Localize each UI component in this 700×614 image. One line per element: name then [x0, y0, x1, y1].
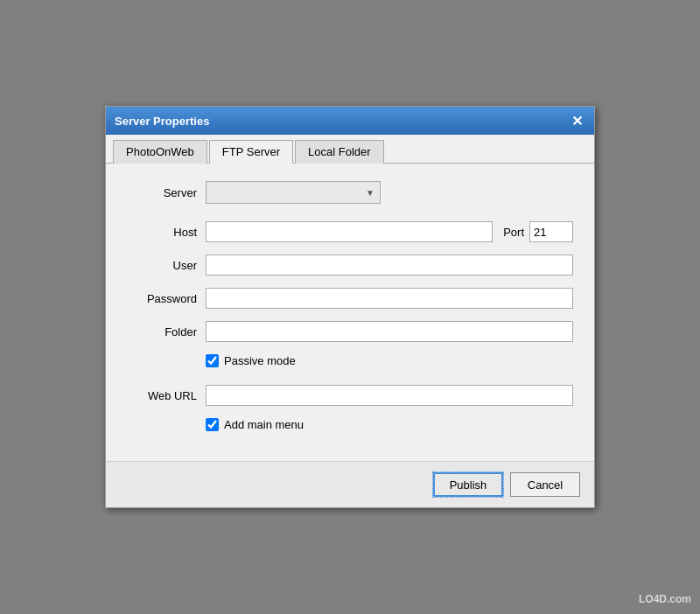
password-row: Password [127, 288, 573, 309]
add-main-menu-row: Add main menu [206, 418, 573, 431]
tab-photoonweb[interactable]: PhotoOnWeb [113, 140, 207, 164]
host-input[interactable] [206, 221, 493, 242]
tab-bar: PhotoOnWeb FTP Server Local Folder [106, 135, 594, 164]
password-input[interactable] [206, 288, 573, 309]
add-main-menu-label[interactable]: Add main menu [224, 418, 304, 431]
watermark: LO4D.com [639, 593, 691, 605]
add-main-menu-checkbox[interactable] [206, 418, 219, 431]
title-bar: Server Properties ✕ [106, 107, 594, 135]
close-button[interactable]: ✕ [568, 112, 585, 129]
host-label: Host [127, 226, 197, 239]
content-area: Server ▼ Host Port User Password Folder [106, 164, 594, 461]
chevron-down-icon: ▼ [366, 188, 374, 198]
web-url-input[interactable] [206, 385, 573, 406]
server-label: Server [127, 186, 197, 199]
passive-mode-row: Passive mode [206, 354, 573, 367]
tab-ftp-server[interactable]: FTP Server [209, 140, 293, 164]
host-row: Host Port [127, 221, 573, 242]
server-properties-dialog: Server Properties ✕ PhotoOnWeb FTP Serve… [105, 106, 595, 508]
publish-button[interactable]: Publish [433, 472, 503, 497]
web-url-label: Web URL [127, 389, 197, 402]
port-input[interactable] [529, 221, 573, 242]
passive-mode-label[interactable]: Passive mode [224, 354, 296, 367]
folder-input[interactable] [206, 321, 573, 342]
passive-mode-checkbox[interactable] [206, 354, 219, 367]
user-label: User [127, 259, 197, 272]
port-label: Port [503, 226, 524, 239]
web-url-row: Web URL [127, 385, 573, 406]
password-label: Password [127, 292, 197, 305]
user-input[interactable] [206, 255, 573, 276]
tab-local-folder[interactable]: Local Folder [295, 140, 384, 164]
footer: Publish Cancel [106, 461, 594, 507]
user-row: User [127, 255, 573, 276]
folder-label: Folder [127, 325, 197, 338]
folder-row: Folder [127, 321, 573, 342]
dialog-title: Server Properties [115, 115, 209, 128]
server-dropdown[interactable]: ▼ [206, 181, 381, 204]
server-row: Server ▼ [127, 181, 573, 204]
cancel-button[interactable]: Cancel [510, 472, 580, 497]
